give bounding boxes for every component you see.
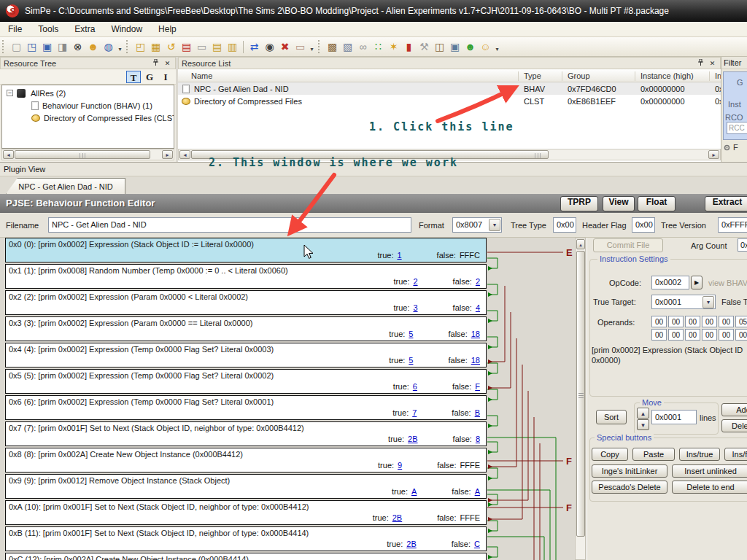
view-button[interactable]: View bbox=[603, 196, 635, 211]
operand-cell[interactable]: 00 bbox=[668, 329, 684, 341]
red-book-icon[interactable]: ▮ bbox=[402, 40, 416, 54]
tree-type-input[interactable]: 0x00 bbox=[553, 217, 576, 233]
tree-version-input[interactable]: 0xFFFF8 bbox=[718, 217, 747, 233]
instruction-row[interactable]: 0xA (10): [prim 0x001F] Set to Next (Sta… bbox=[5, 500, 487, 525]
false-target-link[interactable]: 18 bbox=[471, 356, 480, 365]
true-target-link[interactable]: 7 bbox=[412, 408, 417, 417]
delete-text-icon[interactable]: ▤ bbox=[179, 40, 193, 54]
neighborhood-users-icon[interactable]: ☻ bbox=[463, 40, 477, 54]
operand-cell[interactable]: 05 bbox=[735, 316, 747, 327]
move-down-icon[interactable]: ▾ bbox=[637, 419, 649, 430]
extract-button[interactable]: Extract bbox=[705, 196, 747, 211]
operand-cell[interactable]: 00 bbox=[702, 329, 717, 341]
scroll-right-icon[interactable]: ▸ bbox=[162, 150, 173, 159]
instruction-row[interactable]: 0x0 (0): [prim 0x0002] Expression (Stack… bbox=[5, 238, 487, 262]
false-target-link[interactable]: A bbox=[475, 487, 480, 496]
true-target-link[interactable]: 2B bbox=[392, 513, 402, 522]
package-tool-icon[interactable]: ▩ bbox=[325, 40, 339, 54]
sync-icon[interactable]: ⇄ bbox=[247, 40, 261, 54]
toolbar-overflow-icon[interactable]: ▾ bbox=[493, 40, 501, 54]
filename-input[interactable]: NPC - Get Alien Dad - NID bbox=[48, 217, 411, 233]
false-target-link[interactable]: FFFE bbox=[460, 461, 481, 470]
save-resource-icon[interactable]: ▦ bbox=[149, 40, 163, 54]
add-button[interactable]: Add bbox=[721, 403, 747, 416]
operand-cell[interactable]: 00 bbox=[668, 316, 684, 327]
scroll-left-icon[interactable]: ◂ bbox=[179, 150, 190, 159]
operand-cell[interactable]: 00 bbox=[719, 316, 734, 327]
new-package-icon[interactable]: ▢ bbox=[9, 40, 23, 54]
collapse-icon[interactable]: − bbox=[7, 90, 13, 96]
sim-surgery-icon[interactable]: ☺ bbox=[479, 40, 492, 54]
tag-icon[interactable]: ▭ bbox=[293, 40, 307, 54]
filter-footer[interactable]: F bbox=[723, 143, 738, 152]
wrench-icon[interactable]: ⚒ bbox=[417, 40, 431, 54]
document-preview-icon[interactable]: ▧ bbox=[341, 40, 355, 54]
false-target-link[interactable]: FFFE bbox=[460, 513, 481, 522]
format-select[interactable]: 0x8007 ▾ bbox=[452, 217, 502, 233]
close-package-icon[interactable]: ⊗ bbox=[71, 40, 85, 54]
false-target-link[interactable]: FFFC bbox=[460, 251, 480, 260]
false-target-link[interactable]: F bbox=[475, 382, 480, 391]
instruction-row[interactable]: 0x5 (5): [prim 0x0002] Expression (Temp … bbox=[5, 369, 487, 394]
menu-item[interactable]: File bbox=[0, 22, 30, 36]
true-target-link[interactable]: 2 bbox=[413, 277, 417, 286]
instruction-vscrollbar[interactable]: ▴ bbox=[575, 238, 586, 560]
filter-instance-button[interactable]: I bbox=[158, 71, 173, 83]
pin-icon[interactable] bbox=[696, 59, 705, 69]
move-lines-input[interactable]: 0x0001 bbox=[651, 410, 697, 424]
insert-true-button[interactable]: Ins/true bbox=[679, 448, 720, 461]
true-target-link[interactable]: 2B bbox=[408, 435, 417, 443]
menu-item[interactable]: Help bbox=[150, 22, 185, 36]
save-icon[interactable]: ▣ bbox=[40, 40, 54, 54]
pescados-delete-button[interactable]: Pescado's Delete bbox=[592, 481, 667, 494]
true-target-link[interactable]: A bbox=[411, 487, 417, 496]
true-target-link[interactable]: 6 bbox=[413, 382, 417, 391]
toolbar-overflow-icon[interactable]: ▾ bbox=[308, 40, 316, 54]
close-icon[interactable]: ✕ bbox=[163, 59, 172, 69]
tree-node-clst[interactable]: Directory of Compressed Files (CLST bbox=[31, 112, 174, 123]
instruction-row[interactable]: 0x7 (7): [prim 0x001F] Set to Next (Stac… bbox=[5, 421, 487, 446]
paste-button[interactable]: Paste bbox=[632, 448, 675, 461]
menu-item[interactable]: Tools bbox=[30, 22, 66, 36]
scroll-up-icon[interactable]: ▴ bbox=[576, 239, 585, 249]
open-resource-icon[interactable]: ◰ bbox=[133, 40, 147, 54]
false-target-link[interactable]: 8 bbox=[476, 435, 480, 443]
instruction-row[interactable]: 0xB (11): [prim 0x001F] Set to Next (Sta… bbox=[5, 526, 487, 551]
chevron-down-icon[interactable]: ▾ bbox=[489, 219, 500, 231]
tprp-button[interactable]: TPRP bbox=[560, 196, 598, 211]
delete-button[interactable]: Delete bbox=[721, 419, 747, 432]
true-target-link[interactable]: 5 bbox=[409, 356, 413, 365]
guard-icon[interactable]: ◉ bbox=[263, 40, 276, 54]
scroll-thumb[interactable] bbox=[576, 251, 585, 537]
true-target-link[interactable]: 9 bbox=[398, 461, 402, 470]
opcode-go-icon[interactable]: ▶ bbox=[691, 276, 703, 289]
filter-type-button[interactable]: T bbox=[126, 71, 141, 83]
float-button[interactable]: Float bbox=[638, 196, 676, 211]
instruction-row[interactable]: 0xC (12): [prim 0x002A] Create New Objec… bbox=[5, 553, 487, 560]
scroll-right-icon[interactable]: ▸ bbox=[708, 150, 719, 159]
resource-row-clst[interactable]: Directory of Compressed Files CLST 0xE86… bbox=[178, 95, 721, 107]
wizard-star-icon[interactable]: ✶ bbox=[387, 40, 400, 54]
filter-input[interactable] bbox=[727, 122, 747, 134]
toolbar-grip[interactable] bbox=[126, 40, 130, 53]
save-as-icon[interactable]: ◨ bbox=[55, 40, 69, 54]
menu-item[interactable]: Extra bbox=[66, 22, 103, 36]
operand-cell[interactable]: 00 bbox=[685, 316, 700, 327]
toolbar-grip[interactable] bbox=[2, 40, 6, 53]
instruction-row[interactable]: 0x2 (2): [prim 0x0002] Expression (Param… bbox=[5, 290, 487, 315]
false-target-link[interactable]: C bbox=[474, 540, 480, 548]
copy-button[interactable]: Copy bbox=[592, 448, 628, 461]
resource-row-bhav[interactable]: NPC - Get Alien Dad - NID BHAV 0x7FD46CD… bbox=[178, 82, 721, 95]
instruction-row[interactable]: 0x3 (3): [prim 0x0002] Expression (Param… bbox=[5, 316, 487, 341]
notes-alt-icon[interactable]: ▥ bbox=[225, 40, 239, 54]
false-target-link[interactable]: 2 bbox=[476, 277, 480, 286]
tree-node-bhav[interactable]: Behaviour Function (BHAV) (1) bbox=[31, 100, 152, 111]
open-package-icon[interactable]: ◳ bbox=[25, 40, 39, 54]
false-target-link[interactable]: 4 bbox=[476, 303, 480, 312]
view-bhav-link[interactable]: view BHAV bbox=[708, 279, 747, 287]
true-target-link[interactable]: 5 bbox=[409, 330, 413, 338]
instruction-row[interactable]: 0x1 (1): [prim 0x0008] Random Number (Te… bbox=[5, 264, 487, 289]
chevron-down-icon[interactable]: ▾ bbox=[703, 296, 714, 308]
insert-unlinked-button[interactable]: Insert unlinked bbox=[672, 464, 747, 478]
tab-bhav-document[interactable]: NPC - Get Alien Dad - NID bbox=[6, 178, 125, 194]
